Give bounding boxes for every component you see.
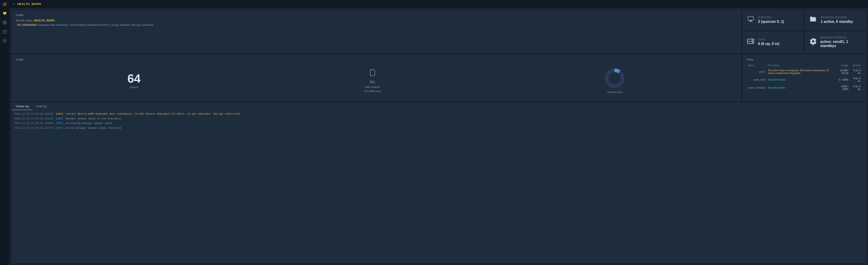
pool-usage: 0 / 159G — [835, 76, 850, 84]
svg-rect-3 — [3, 23, 4, 24]
heart-icon[interactable] — [2, 11, 7, 16]
log-message: Active manager daemon vms81 restarted — [66, 126, 121, 130]
capacity-icon — [369, 69, 376, 79]
pool-name: pool1 — [747, 68, 767, 76]
objects-stat: 64 Objects — [127, 73, 141, 88]
pool-pg-status: 40 active+clean+remapped, 260 active+und… — [767, 68, 835, 76]
donut-chart — [604, 68, 625, 88]
pool-pg-status: 64 active+clean — [767, 84, 835, 92]
col-pg-status: PG status — [767, 63, 835, 68]
main-content: ≡ HEALTH_WARN Health Overall status: HEA… — [9, 0, 868, 265]
donut-stat: Usage by pool — [604, 68, 625, 94]
raw-capacity-sub: (14.3GiB used) — [364, 90, 381, 92]
log-level: [INF] — [56, 117, 63, 121]
col-name: Name — [747, 63, 767, 68]
pool-usage: 3.05k / 159G — [835, 84, 850, 92]
manager-info: MANAGER DAEMONS active: vms81, 1 standby… — [820, 36, 862, 48]
monitors-info: MONITORS 2 (quorum 0, 1) — [758, 16, 784, 24]
top-row: Health Overall status: HEALTH_WARN • PG_… — [12, 10, 866, 53]
log-entry: 2022-11-19 23:00:00.000334[WRN]overall H… — [14, 112, 863, 116]
table-row: ceph_metadata64 active+clean3.05k / 159G… — [747, 84, 862, 92]
svg-point-10 — [752, 40, 753, 41]
monitors-value: 2 (quorum 0, 1) — [758, 20, 784, 24]
health-panel: Health Overall status: HEALTH_WARN • PG_… — [12, 10, 741, 53]
warning-text: Degraded data redundancy: 43/150 objects… — [38, 24, 153, 26]
manager-daemons-card: MANAGER DAEMONS active: vms81, 1 standby… — [805, 32, 866, 53]
tab-cluster-log[interactable]: Cluster log — [12, 103, 32, 110]
sidebar — [0, 0, 9, 265]
log-entry: 2022-11-19 22:54:20.125229[INF]Manager d… — [14, 116, 863, 121]
monitor-icon — [747, 15, 755, 25]
metadata-folder-icon — [809, 15, 817, 25]
metadata-info: METADATA SERVERS 1 active, 0 standby — [820, 16, 853, 24]
gear-icon — [809, 37, 817, 47]
osd-icon — [747, 37, 755, 47]
log-message: Manager daemon vms81 is now available — [66, 117, 121, 121]
log-timestamp: 2022-11-19 22:54:19.165778 — [14, 126, 54, 130]
health-status-line: Overall status: HEALTH_WARN — [16, 19, 737, 22]
log-entry: 2022-11-19 22:54:19.165778[INF]Active ma… — [14, 126, 863, 131]
objects-count: 64 — [127, 73, 141, 84]
table-row: ceph_data64 active+clean0 / 159G0 rd, 0 … — [747, 76, 862, 84]
logo-icon[interactable] — [2, 2, 7, 7]
manager-label: MANAGER DAEMONS — [820, 36, 862, 39]
pool-name: ceph_data — [747, 76, 767, 84]
metadata-label: METADATA SERVERS — [820, 16, 853, 19]
middle-row: Usage 64 Objects 8% — [12, 55, 866, 101]
monitors-card: MONITORS 2 (quorum 0, 1) — [743, 10, 803, 29]
col-usage: Usage — [835, 63, 850, 68]
log-timestamp: 2022-11-19 22:54:19.165833 — [14, 122, 54, 125]
raw-capacity-stat: 8% Raw capacity (14.3GiB used) — [364, 69, 381, 92]
manager-value: active: vms81, 1 standbys — [820, 40, 862, 48]
log-level: [INF] — [56, 122, 63, 125]
usage-panel-title: Usage — [16, 58, 737, 61]
monitors-label: MONITORS — [758, 16, 784, 19]
overall-status: HEALTH_WARN — [34, 19, 55, 22]
log-level: [WRN] — [56, 112, 63, 116]
log-message: Activating manager daemon vms81 — [66, 122, 112, 125]
pools-panel-title: Pools — [747, 58, 862, 61]
log-entry: 2022-11-19 22:54:19.165833[INF]Activatin… — [14, 121, 863, 126]
svg-marker-7 — [3, 39, 7, 42]
col-activity: Activity — [850, 63, 862, 68]
objects-label: Objects — [130, 86, 138, 88]
topbar: ≡ HEALTH_WARN — [9, 0, 868, 8]
donut-label: Usage by pool — [607, 91, 622, 94]
log-message: overall HEALTH_WARN Degraded data redund… — [66, 112, 240, 116]
osds-card: OSDS 6 (6 up, 6 in) — [743, 32, 803, 53]
pool-usage: 13.0M / 53.2G — [835, 68, 850, 76]
svg-rect-2 — [5, 21, 6, 22]
usage-body: 64 Objects 8% Raw capacity (14.3GiB use — [16, 63, 737, 98]
logs-panel: Cluster log Audit log 2022-11-19 23:00:0… — [12, 103, 866, 263]
pool-activity: 0 rd, 0 wr — [850, 84, 862, 92]
usage-panel: Usage 64 Objects 8% — [12, 55, 741, 101]
log-timestamp: 2022-11-19 22:54:20.125229 — [14, 117, 54, 121]
log-timestamp: 2022-11-19 23:00:00.000334 — [14, 112, 54, 116]
pool-activity: 0 rd, 0 wr — [850, 68, 862, 76]
raw-capacity-label: Raw capacity — [365, 86, 380, 88]
metadata-servers-card: METADATA SERVERS 1 active, 0 standby — [805, 10, 866, 29]
pools-table: Name PG status Usage Activity pool140 ac… — [747, 63, 862, 92]
pools-panel: Pools Name PG status Usage Activity pool… — [743, 55, 866, 101]
hdd-icon[interactable] — [2, 29, 7, 34]
layers-icon[interactable] — [2, 38, 7, 43]
osds-label: OSDS — [758, 38, 779, 41]
pg-degraded-label: PG_DEGRADED: — [18, 24, 38, 26]
raw-capacity-pct: 8% — [370, 80, 375, 84]
page-title: HEALTH_WARN — [17, 2, 41, 6]
table-row: pool140 active+clean+remapped, 260 activ… — [747, 68, 862, 76]
logs-tabs: Cluster log Audit log — [12, 103, 866, 110]
osds-info: OSDS 6 (6 up, 6 in) — [758, 38, 779, 46]
hamburger-menu[interactable]: ≡ — [13, 2, 14, 6]
log-level: [INF] — [56, 126, 63, 130]
logs-content: 2022-11-19 23:00:00.000334[WRN]overall H… — [12, 110, 866, 263]
svg-rect-4 — [5, 23, 6, 24]
health-warning-item: • PG_DEGRADED: Degraded data redundancy:… — [16, 24, 737, 26]
svg-point-0 — [4, 4, 5, 5]
metadata-value: 1 active, 0 standby — [820, 20, 853, 24]
svg-point-11 — [752, 42, 753, 43]
pool-name: ceph_metadata — [747, 84, 767, 92]
tab-audit-log[interactable]: Audit log — [32, 103, 50, 110]
content-area: Health Overall status: HEALTH_WARN • PG_… — [9, 8, 868, 265]
grid-icon[interactable] — [2, 20, 7, 25]
